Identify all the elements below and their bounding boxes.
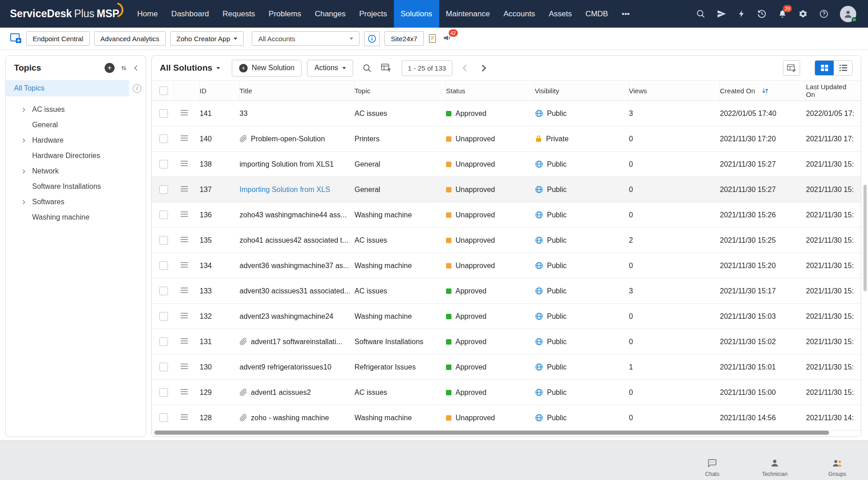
- endpoint-central-button[interactable]: Endpoint Central: [26, 31, 90, 46]
- solution-title[interactable]: Problem-open-Solution: [251, 135, 325, 143]
- table-row[interactable]: 128zoho - washing machineWashing machine…: [152, 405, 861, 431]
- drag-handle-icon[interactable]: [181, 338, 188, 346]
- horizontal-scrollbar[interactable]: [154, 431, 829, 435]
- notifications-bell-icon[interactable]: 29: [778, 9, 787, 19]
- row-checkbox[interactable]: [159, 185, 168, 194]
- column-header-id[interactable]: ID: [200, 81, 240, 101]
- solution-title[interactable]: 33: [240, 110, 248, 118]
- solution-title[interactable]: zoho43 washingmachine44 ass...: [240, 211, 347, 219]
- table-row[interactable]: 138importing Solution from XLS1GeneralUn…: [152, 152, 861, 177]
- row-checkbox[interactable]: [159, 388, 168, 397]
- sidebar-item-software-installations[interactable]: Software Installations: [6, 179, 146, 194]
- drag-handle-icon[interactable]: [181, 135, 188, 143]
- table-row[interactable]: 14133AC issuesApprovedPublic32022/01/05 …: [152, 101, 861, 126]
- advanced-analytics-button[interactable]: Advanced Analytics: [94, 31, 166, 46]
- drag-handle-icon[interactable]: [181, 389, 188, 397]
- account-info-button[interactable]: [364, 31, 380, 46]
- drag-handle-icon[interactable]: [181, 414, 188, 422]
- drag-handle-icon[interactable]: [181, 211, 188, 219]
- add-topic-button[interactable]: +: [105, 63, 115, 73]
- row-checkbox[interactable]: [159, 134, 168, 143]
- add-panel-icon[interactable]: [10, 33, 22, 44]
- chevron-right-icon[interactable]: [21, 138, 32, 143]
- whats-new-icon[interactable]: [717, 9, 726, 19]
- grid-view-button[interactable]: [815, 61, 834, 75]
- drag-handle-icon[interactable]: [181, 236, 188, 245]
- table-row[interactable]: 135zoho41 acissues42 associated t...AC i…: [152, 228, 861, 253]
- pagination-info[interactable]: 1 - 25 of 133: [402, 60, 452, 76]
- sidebar-item-all-topics[interactable]: All Topics: [6, 80, 129, 96]
- nav-item-maintenance[interactable]: Maintenance: [439, 0, 497, 28]
- nav-item-more[interactable]: •••: [615, 0, 637, 28]
- row-checkbox[interactable]: [159, 363, 168, 371]
- column-header-topic[interactable]: Topic: [355, 81, 446, 101]
- list-view-button[interactable]: [834, 61, 852, 75]
- solution-title[interactable]: zoho - washing machine: [251, 414, 329, 422]
- info-icon[interactable]: i: [133, 84, 141, 93]
- filter-view-icon[interactable]: [381, 63, 392, 73]
- row-checkbox[interactable]: [159, 287, 168, 295]
- table-row[interactable]: 129advent1 acissues2AC issuesApprovedPub…: [152, 380, 861, 405]
- drag-handle-icon[interactable]: [181, 287, 188, 295]
- table-row[interactable]: 132advent23 washingmachine24Washing mach…: [152, 304, 861, 329]
- sort-icon[interactable]: [762, 87, 769, 94]
- table-row[interactable]: 140Problem-open-SolutionPrintersUnapprov…: [152, 126, 861, 152]
- row-checkbox[interactable]: [159, 312, 168, 321]
- column-header-views[interactable]: Views: [629, 81, 720, 101]
- chevron-right-icon[interactable]: [21, 169, 32, 174]
- solution-title[interactable]: Importing Solution from XLS: [240, 186, 330, 194]
- sidebar-item-softwares[interactable]: Softwares: [6, 194, 146, 210]
- chevron-right-icon[interactable]: [21, 200, 32, 205]
- column-header-status[interactable]: Status: [446, 81, 535, 101]
- search-solutions-icon[interactable]: [362, 63, 372, 73]
- sidebar-item-hardware[interactable]: Hardware: [6, 133, 146, 148]
- nav-item-dashboard[interactable]: Dashboard: [164, 0, 216, 28]
- table-row[interactable]: 137Importing Solution from XLSGeneralUna…: [152, 177, 861, 202]
- drag-handle-icon[interactable]: [181, 160, 188, 168]
- view-selector[interactable]: All Solutions: [160, 63, 220, 73]
- row-checkbox[interactable]: [159, 236, 168, 245]
- solution-title[interactable]: advent30 acissues31 associated...: [240, 287, 350, 295]
- table-row[interactable]: 133advent30 acissues31 associated...AC i…: [152, 278, 861, 304]
- column-header-last-updated-on[interactable]: Last Updated On: [806, 81, 861, 101]
- table-row[interactable]: 134advent36 washingmachine37 as...Washin…: [152, 253, 861, 278]
- all-accounts-dropdown[interactable]: All Accounts: [252, 31, 360, 46]
- row-checkbox[interactable]: [159, 261, 168, 270]
- sidebar-item-general[interactable]: General: [6, 117, 146, 133]
- sidebar-item-ac-issues[interactable]: AC issues: [6, 102, 146, 117]
- user-avatar[interactable]: [840, 6, 856, 22]
- collapse-sidebar-icon[interactable]: [133, 65, 139, 71]
- select-all-checkbox[interactable]: [159, 86, 168, 95]
- announcements-megaphone-icon[interactable]: 42: [442, 34, 453, 43]
- row-checkbox[interactable]: [159, 160, 168, 168]
- nav-item-home[interactable]: Home: [130, 0, 164, 28]
- settings-gear-icon[interactable]: [798, 9, 808, 19]
- release-notes-icon[interactable]: [428, 34, 437, 43]
- chevron-right-icon[interactable]: [21, 107, 32, 112]
- app-logo[interactable]: ServiceDesk Plus MSP: [0, 0, 130, 28]
- column-header-title[interactable]: Title: [240, 81, 355, 101]
- nav-item-accounts[interactable]: Accounts: [497, 0, 542, 28]
- solution-title[interactable]: importing Solution from XLS1: [240, 160, 334, 168]
- column-header-visibility[interactable]: Visibility: [535, 81, 629, 101]
- drag-handle-icon[interactable]: [181, 312, 188, 321]
- solution-title[interactable]: zoho41 acissues42 associated t...: [240, 236, 348, 245]
- solution-title[interactable]: advent23 washingmachine24: [240, 312, 333, 321]
- row-checkbox[interactable]: [159, 413, 168, 422]
- help-icon[interactable]: [819, 9, 829, 19]
- table-row[interactable]: 136zoho43 washingmachine44 ass...Washing…: [152, 202, 861, 228]
- column-header-created-on[interactable]: Created On: [720, 81, 806, 101]
- solution-title[interactable]: advent36 washingmachine37 as...: [240, 262, 349, 270]
- drag-handle-icon[interactable]: [181, 110, 188, 118]
- table-row[interactable]: 131advent17 softwareinstallati...Softwar…: [152, 329, 861, 355]
- drag-handle-icon[interactable]: [181, 262, 188, 270]
- footer-item-groups[interactable]: Groups: [823, 458, 852, 477]
- actions-dropdown[interactable]: Actions: [307, 60, 353, 77]
- sidebar-item-network[interactable]: Network: [6, 163, 146, 179]
- sort-topics-icon[interactable]: [120, 65, 127, 72]
- row-checkbox[interactable]: [159, 337, 168, 346]
- nav-item-projects[interactable]: Projects: [352, 0, 393, 28]
- nav-item-changes[interactable]: Changes: [308, 0, 352, 28]
- solution-title[interactable]: advent17 softwareinstallati...: [251, 338, 342, 346]
- footer-item-chats[interactable]: Chats: [698, 458, 727, 477]
